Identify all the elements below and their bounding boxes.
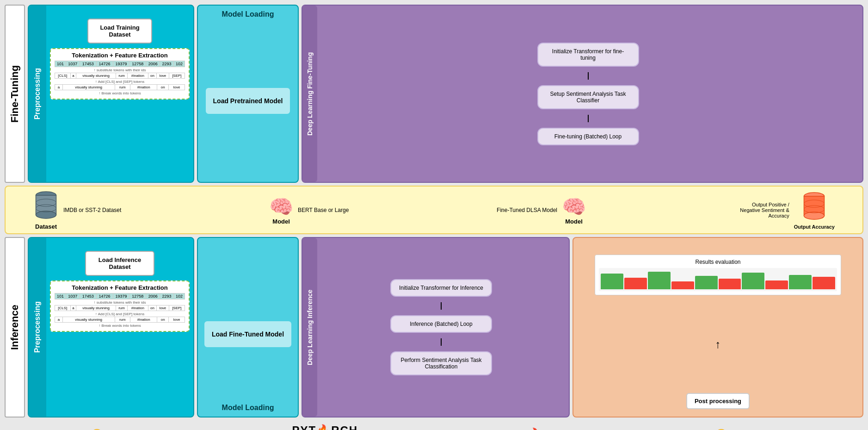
tokenization-title-top: Tokenization + Feature Extraction	[55, 52, 185, 59]
model-loading-box-bottom: Load Fine-Tuned Model Model Loading	[197, 237, 299, 418]
initialize-transformer-inference: Initialize Transformer for Inference	[390, 279, 492, 297]
tokenization-box-bottom: Tokenization + Feature Extraction 101 10…	[50, 280, 190, 332]
footer-pytorch-2: PYT🔥RCH	[497, 427, 576, 430]
preprocessing-title-bottom: Preprocessing	[29, 238, 46, 417]
footer-pytorch-1: PYT🔥RCH Transformers	[292, 424, 358, 430]
deep-learning-inference-box: Deep Learning Inference Initialize Trans…	[302, 237, 570, 418]
inference-loop: Inference (Batched) Loop	[390, 315, 492, 333]
footer: 🤗 Transformers PYT🔥RCH Transformers PYT🔥…	[5, 420, 863, 430]
bert-model-icon: 🧠 Model	[269, 195, 293, 225]
middle-strip: Dataset IMDB or SST-2 Dataset 🧠 Model BE…	[5, 186, 863, 234]
fine-tuned-model-icon: 🧠 Model	[562, 195, 586, 225]
tokenization-title-bottom: Tokenization + Feature Extraction	[55, 284, 185, 291]
fine-tuned-model-group: Fine-Tuned DLSA Model 🧠 Model	[497, 195, 586, 225]
post-processing-label: Post processing	[686, 393, 750, 409]
main-container: Fine-Tuning Preprocessing Load Training …	[0, 0, 868, 430]
setup-sentiment: Setup Sentiment Analysis Task Classifier	[537, 85, 639, 109]
output-sentiment-label: Output Positive / Negative Sentiment & A…	[734, 202, 789, 218]
preprocessing-box-bottom: Preprocessing Load Inference Dataset Tok…	[28, 237, 194, 418]
model-loading-box-top: Model Loading Load Pretrained Model	[197, 5, 299, 183]
results-evaluation: Results evaluation	[595, 255, 842, 295]
dataset-group: Dataset IMDB or SST-2 Dataset	[33, 190, 121, 230]
perform-sentiment: Perform Sentiment Analysis Task Classifi…	[390, 351, 492, 375]
inference-label: Inference	[5, 237, 25, 418]
tokenization-box-top: Tokenization + Feature Extraction 101 10…	[50, 48, 190, 100]
dataset-icon: Dataset	[33, 190, 59, 230]
preprocessing-box-top: Preprocessing Load Training Dataset Toke…	[28, 5, 194, 183]
bert-model-group: 🧠 Model BERT Base or Large	[269, 195, 349, 225]
top-section: Fine-Tuning Preprocessing Load Training …	[5, 5, 863, 183]
fine-tuning-label: Fine-Tuning	[5, 5, 25, 183]
post-processing-box: Results evaluation ↑	[573, 237, 863, 418]
output-group: Output Positive / Negative Sentiment & A…	[734, 191, 835, 230]
bottom-section: Inference Preprocessing Load Inference D…	[5, 237, 863, 418]
preprocessing-title-top: Preprocessing	[29, 6, 46, 182]
initialize-transformer-fine: Initialize Transformer for fine-tuning	[537, 43, 639, 67]
deep-learning-fine-tuning-label: Deep Learning Fine-Tuning	[302, 6, 317, 182]
fine-tuning-loop: Fine-tuning (Batched) Loop	[537, 128, 639, 145]
deep-learning-inference-label: Deep Learning Inference	[302, 238, 317, 417]
load-training-dataset: Load Training Dataset	[87, 19, 152, 44]
imdb-sst-label: IMDB or SST-2 Dataset	[63, 207, 121, 213]
load-inference-dataset: Load Inference Dataset	[85, 251, 154, 276]
output-accuracy-icon: Output Accuracy	[794, 191, 835, 230]
model-loading-title-top: Model Loading	[222, 10, 274, 19]
load-pretrained-model: Load Pretrained Model	[205, 87, 291, 115]
bert-base-label: BERT Base or Large	[298, 207, 349, 213]
model-loading-title-bottom: Model Loading	[222, 404, 274, 412]
deep-learning-fine-tuning-box: Deep Learning Fine-Tuning Initialize Tra…	[302, 5, 863, 183]
fine-tuned-label: Fine-Tuned DLSA Model	[497, 207, 557, 213]
load-fine-tuned-model: Load Fine-Tuned Model	[203, 320, 292, 348]
